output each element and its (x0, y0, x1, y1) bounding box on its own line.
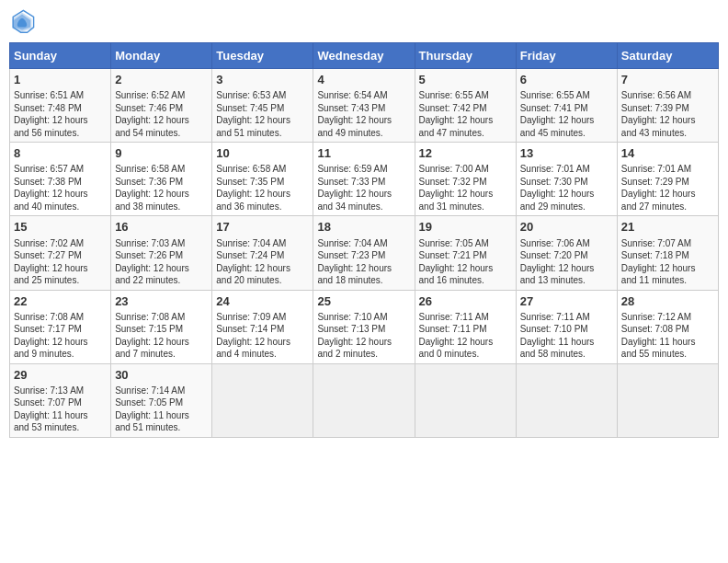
day-number: 23 (115, 293, 208, 310)
day-number: 20 (520, 219, 613, 236)
day-info: Sunrise: 7:09 AM Sunset: 7:14 PM Dayligh… (216, 311, 309, 361)
day-number: 22 (14, 293, 107, 310)
day-number: 27 (520, 293, 613, 310)
header-sunday: Sunday (10, 43, 111, 69)
calendar-cell: 12Sunrise: 7:00 AM Sunset: 7:32 PM Dayli… (415, 143, 516, 216)
calendar-cell: 20Sunrise: 7:06 AM Sunset: 7:20 PM Dayli… (516, 216, 617, 290)
day-number: 11 (317, 145, 410, 162)
calendar-cell: 2Sunrise: 6:52 AM Sunset: 7:46 PM Daylig… (111, 69, 212, 143)
calendar-cell (516, 363, 617, 437)
day-info: Sunrise: 7:14 AM Sunset: 7:05 PM Dayligh… (115, 385, 208, 434)
header-monday: Monday (111, 43, 212, 69)
day-number: 30 (115, 367, 208, 384)
day-number: 16 (115, 219, 208, 236)
calendar-cell: 28Sunrise: 7:12 AM Sunset: 7:08 PM Dayli… (617, 290, 718, 363)
logo (9, 9, 37, 35)
day-info: Sunrise: 6:55 AM Sunset: 7:42 PM Dayligh… (419, 89, 512, 139)
day-number: 3 (216, 72, 309, 88)
day-number: 5 (419, 72, 512, 88)
header-friday: Friday (516, 43, 617, 69)
calendar-cell: 5Sunrise: 6:55 AM Sunset: 7:42 PM Daylig… (415, 69, 516, 143)
day-number: 9 (115, 145, 208, 162)
day-number: 4 (317, 72, 410, 88)
day-info: Sunrise: 7:02 AM Sunset: 7:27 PM Dayligh… (14, 237, 107, 287)
day-info: Sunrise: 7:06 AM Sunset: 7:20 PM Dayligh… (520, 237, 613, 287)
calendar-cell: 15Sunrise: 7:02 AM Sunset: 7:27 PM Dayli… (10, 216, 111, 290)
day-info: Sunrise: 6:51 AM Sunset: 7:48 PM Dayligh… (14, 89, 107, 139)
day-info: Sunrise: 6:58 AM Sunset: 7:35 PM Dayligh… (216, 163, 309, 213)
header (9, 9, 719, 35)
day-info: Sunrise: 7:11 AM Sunset: 7:10 PM Dayligh… (520, 311, 613, 361)
day-info: Sunrise: 7:12 AM Sunset: 7:08 PM Dayligh… (621, 311, 714, 361)
day-number: 17 (216, 219, 309, 236)
calendar-cell: 11Sunrise: 6:59 AM Sunset: 7:33 PM Dayli… (313, 143, 415, 216)
calendar-cell: 7Sunrise: 6:56 AM Sunset: 7:39 PM Daylig… (617, 69, 718, 143)
day-number: 26 (419, 293, 512, 310)
calendar-week-3: 22Sunrise: 7:08 AM Sunset: 7:17 PM Dayli… (10, 290, 719, 363)
day-number: 24 (216, 293, 309, 310)
calendar-cell: 19Sunrise: 7:05 AM Sunset: 7:21 PM Dayli… (415, 216, 516, 290)
calendar-cell: 25Sunrise: 7:10 AM Sunset: 7:13 PM Dayli… (313, 290, 415, 363)
day-info: Sunrise: 7:08 AM Sunset: 7:15 PM Dayligh… (115, 311, 208, 361)
day-number: 14 (621, 145, 714, 162)
calendar-week-4: 29Sunrise: 7:13 AM Sunset: 7:07 PM Dayli… (10, 363, 719, 437)
day-info: Sunrise: 6:53 AM Sunset: 7:45 PM Dayligh… (216, 89, 309, 139)
calendar-cell: 10Sunrise: 6:58 AM Sunset: 7:35 PM Dayli… (212, 143, 313, 216)
header-saturday: Saturday (617, 43, 718, 69)
day-number: 25 (317, 293, 410, 310)
calendar-cell (617, 363, 718, 437)
calendar-cell: 1Sunrise: 6:51 AM Sunset: 7:48 PM Daylig… (10, 69, 111, 143)
day-number: 21 (621, 219, 714, 236)
day-number: 12 (419, 145, 512, 162)
day-number: 10 (216, 145, 309, 162)
calendar-cell (313, 363, 415, 437)
day-info: Sunrise: 6:56 AM Sunset: 7:39 PM Dayligh… (621, 89, 714, 139)
calendar-cell: 30Sunrise: 7:14 AM Sunset: 7:05 PM Dayli… (111, 363, 212, 437)
day-info: Sunrise: 7:08 AM Sunset: 7:17 PM Dayligh… (14, 311, 107, 361)
day-number: 13 (520, 145, 613, 162)
calendar-cell: 24Sunrise: 7:09 AM Sunset: 7:14 PM Dayli… (212, 290, 313, 363)
calendar-cell: 26Sunrise: 7:11 AM Sunset: 7:11 PM Dayli… (415, 290, 516, 363)
day-info: Sunrise: 6:52 AM Sunset: 7:46 PM Dayligh… (115, 89, 208, 139)
calendar-cell: 9Sunrise: 6:58 AM Sunset: 7:36 PM Daylig… (111, 143, 212, 216)
day-info: Sunrise: 7:04 AM Sunset: 7:23 PM Dayligh… (317, 237, 410, 287)
day-info: Sunrise: 7:01 AM Sunset: 7:29 PM Dayligh… (621, 163, 714, 213)
header-tuesday: Tuesday (212, 43, 313, 69)
calendar-week-2: 15Sunrise: 7:02 AM Sunset: 7:27 PM Dayli… (10, 216, 719, 290)
header-thursday: Thursday (415, 43, 516, 69)
day-info: Sunrise: 7:07 AM Sunset: 7:18 PM Dayligh… (621, 237, 714, 287)
calendar: Sunday Monday Tuesday Wednesday Thursday… (9, 42, 719, 438)
calendar-cell: 29Sunrise: 7:13 AM Sunset: 7:07 PM Dayli… (10, 363, 111, 437)
calendar-cell: 8Sunrise: 6:57 AM Sunset: 7:38 PM Daylig… (10, 143, 111, 216)
calendar-cell: 21Sunrise: 7:07 AM Sunset: 7:18 PM Dayli… (617, 216, 718, 290)
day-number: 1 (14, 72, 107, 88)
day-number: 19 (419, 219, 512, 236)
day-info: Sunrise: 7:11 AM Sunset: 7:11 PM Dayligh… (419, 311, 512, 361)
header-wednesday: Wednesday (313, 43, 415, 69)
calendar-cell: 4Sunrise: 6:54 AM Sunset: 7:43 PM Daylig… (313, 69, 415, 143)
calendar-cell (415, 363, 516, 437)
calendar-week-1: 8Sunrise: 6:57 AM Sunset: 7:38 PM Daylig… (10, 143, 719, 216)
day-info: Sunrise: 7:04 AM Sunset: 7:24 PM Dayligh… (216, 237, 309, 287)
logo-icon (9, 9, 35, 35)
day-number: 18 (317, 219, 410, 236)
day-info: Sunrise: 7:03 AM Sunset: 7:26 PM Dayligh… (115, 237, 208, 287)
calendar-cell (212, 363, 313, 437)
day-info: Sunrise: 6:55 AM Sunset: 7:41 PM Dayligh… (520, 89, 613, 139)
calendar-cell: 18Sunrise: 7:04 AM Sunset: 7:23 PM Dayli… (313, 216, 415, 290)
day-number: 2 (115, 72, 208, 88)
calendar-cell: 22Sunrise: 7:08 AM Sunset: 7:17 PM Dayli… (10, 290, 111, 363)
day-number: 7 (621, 72, 714, 88)
day-number: 8 (14, 145, 107, 162)
day-info: Sunrise: 7:05 AM Sunset: 7:21 PM Dayligh… (419, 237, 512, 287)
calendar-cell: 23Sunrise: 7:08 AM Sunset: 7:15 PM Dayli… (111, 290, 212, 363)
day-number: 6 (520, 72, 613, 88)
calendar-cell: 17Sunrise: 7:04 AM Sunset: 7:24 PM Dayli… (212, 216, 313, 290)
day-info: Sunrise: 6:59 AM Sunset: 7:33 PM Dayligh… (317, 163, 410, 213)
day-info: Sunrise: 6:58 AM Sunset: 7:36 PM Dayligh… (115, 163, 208, 213)
day-number: 15 (14, 219, 107, 236)
calendar-cell: 16Sunrise: 7:03 AM Sunset: 7:26 PM Dayli… (111, 216, 212, 290)
calendar-cell: 27Sunrise: 7:11 AM Sunset: 7:10 PM Dayli… (516, 290, 617, 363)
day-info: Sunrise: 7:10 AM Sunset: 7:13 PM Dayligh… (317, 311, 410, 361)
day-info: Sunrise: 7:13 AM Sunset: 7:07 PM Dayligh… (14, 385, 107, 434)
